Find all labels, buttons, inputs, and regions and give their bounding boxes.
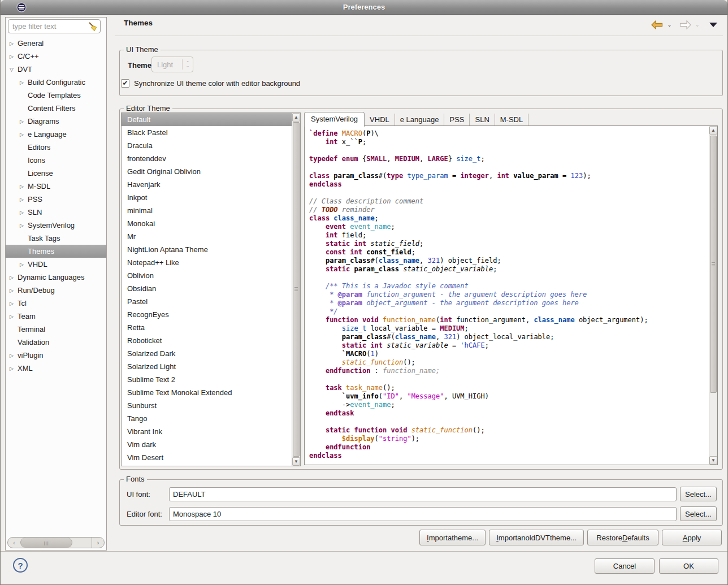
theme-item-vim-dark[interactable]: Vim dark bbox=[122, 438, 300, 451]
theme-item-mr[interactable]: Mr bbox=[122, 230, 300, 243]
theme-item-vim-desert[interactable]: Vim Desert bbox=[122, 451, 300, 464]
clear-filter-broom-icon[interactable] bbox=[88, 21, 98, 32]
tree-item-build-configuratic[interactable]: ▷Build Configuratic bbox=[6, 76, 106, 89]
theme-list-scroll-thumb[interactable] bbox=[293, 122, 300, 457]
tab-e-language[interactable]: e Language bbox=[395, 114, 445, 126]
view-menu-icon[interactable] bbox=[709, 23, 717, 27]
tree-item-systemverilog[interactable]: ▷SystemVerilog bbox=[6, 219, 106, 232]
collapsed-arrow-icon[interactable]: ▷ bbox=[18, 184, 26, 189]
theme-item-obsidian[interactable]: Obsidian bbox=[122, 282, 300, 295]
tree-item-diagrams[interactable]: ▷Diagrams bbox=[6, 115, 106, 128]
tree-item-xml[interactable]: ▷XML bbox=[6, 362, 106, 375]
theme-item-havenjark[interactable]: Havenjark bbox=[122, 178, 300, 191]
tab-m-sdl[interactable]: M-SDL bbox=[495, 114, 528, 126]
back-icon[interactable] bbox=[651, 20, 663, 29]
tab-vhdl[interactable]: VHDL bbox=[365, 114, 395, 126]
tree-item-general[interactable]: ▷General bbox=[6, 37, 106, 50]
apply-button[interactable]: Apply bbox=[662, 530, 722, 545]
collapsed-arrow-icon[interactable]: ▷ bbox=[18, 223, 26, 228]
collapsed-arrow-icon[interactable]: ▷ bbox=[7, 275, 16, 280]
tab-sln[interactable]: SLN bbox=[470, 114, 495, 126]
tree-item-license[interactable]: License bbox=[6, 167, 106, 180]
theme-item-notepad-like[interactable]: Notepad++ Like bbox=[122, 256, 300, 269]
collapsed-arrow-icon[interactable]: ▷ bbox=[18, 262, 26, 267]
scroll-down-icon[interactable]: ▼ bbox=[709, 456, 717, 465]
scroll-up-icon[interactable]: ▲ bbox=[292, 113, 300, 122]
theme-item-dracula[interactable]: Dracula bbox=[122, 139, 300, 152]
collapsed-arrow-icon[interactable]: ▷ bbox=[7, 314, 16, 319]
scroll-right-icon[interactable]: › bbox=[92, 538, 104, 548]
theme-item-pastel[interactable]: Pastel bbox=[122, 295, 300, 308]
theme-item-nightlion-aptana-theme[interactable]: NightLion Aptana Theme bbox=[122, 243, 300, 256]
code-preview-text[interactable]: `define MACRO(P)\ int x_``P; typedef enu… bbox=[305, 126, 709, 465]
back-history-chevron-icon[interactable]: ⌄ bbox=[667, 22, 671, 28]
collapsed-arrow-icon[interactable]: ▷ bbox=[7, 54, 16, 59]
tab-systemverilog[interactable]: SystemVerilog bbox=[304, 112, 365, 127]
tree-item-task-tags[interactable]: Task Tags bbox=[6, 232, 106, 245]
tree-item-run-debug[interactable]: ▷Run/Debug bbox=[6, 284, 106, 297]
forward-icon[interactable] bbox=[679, 20, 691, 29]
theme-item-monokai[interactable]: Monokai bbox=[122, 217, 300, 230]
tab-pss[interactable]: PSS bbox=[444, 114, 470, 126]
theme-item-recogneyes[interactable]: RecognEyes bbox=[122, 308, 300, 321]
collapsed-arrow-icon[interactable]: ▷ bbox=[18, 80, 26, 85]
tree-item-dvt[interactable]: ▽DVT bbox=[6, 63, 106, 76]
expanded-arrow-icon[interactable]: ▽ bbox=[7, 67, 16, 72]
editor-font-select-button[interactable]: Select... bbox=[680, 506, 717, 521]
theme-item-minimal[interactable]: minimal bbox=[122, 204, 300, 217]
tree-item-content-filters[interactable]: Content Filters bbox=[6, 102, 106, 115]
scroll-down-icon[interactable]: ▼ bbox=[292, 457, 300, 466]
collapsed-arrow-icon[interactable]: ▷ bbox=[7, 301, 16, 306]
collapsed-arrow-icon[interactable]: ▷ bbox=[7, 366, 16, 371]
cancel-button[interactable]: Cancel bbox=[595, 558, 655, 574]
forward-history-chevron-icon[interactable]: ⌄ bbox=[695, 22, 700, 28]
tree-item-validation[interactable]: Validation bbox=[6, 336, 106, 349]
collapsed-arrow-icon[interactable]: ▷ bbox=[7, 288, 16, 293]
tree-item-tcl[interactable]: ▷Tcl bbox=[6, 297, 106, 310]
theme-item-sublime-text-2[interactable]: Sublime Text 2 bbox=[122, 373, 300, 386]
sync-checkbox[interactable]: ✔ bbox=[121, 79, 129, 88]
theme-item-oblivion[interactable]: Oblivion bbox=[122, 269, 300, 282]
code-scroll-thumb[interactable] bbox=[710, 136, 717, 393]
ui-theme-combo[interactable]: Light ⌃⌄ bbox=[151, 57, 193, 72]
tree-item-vhdl[interactable]: ▷VHDL bbox=[6, 258, 106, 271]
tree-hscroll-track[interactable] bbox=[72, 538, 92, 548]
scroll-up-icon[interactable]: ▲ bbox=[709, 126, 717, 135]
theme-item-frontenddev[interactable]: frontenddev bbox=[122, 152, 300, 165]
sync-checkbox-row[interactable]: ✔ Synchronize UI theme color with editor… bbox=[121, 79, 300, 88]
filter-input[interactable] bbox=[8, 22, 88, 31]
theme-item-sublime-text-monokai-extended[interactable]: Sublime Text Monokai Extended bbox=[122, 386, 300, 399]
title-bar[interactable]: Preferences bbox=[1, 0, 727, 15]
import-old-dvt-theme-button[interactable]: Import an old DVT theme... bbox=[489, 530, 584, 545]
tree-item-m-sdl[interactable]: ▷M-SDL bbox=[6, 180, 106, 193]
ui-font-input[interactable] bbox=[169, 487, 677, 501]
editor-font-input[interactable] bbox=[169, 507, 677, 521]
tree-horizontal-scrollbar[interactable]: ‹ ||| › bbox=[7, 537, 105, 548]
tree-item-sln[interactable]: ▷SLN bbox=[6, 206, 106, 219]
collapsed-arrow-icon[interactable]: ▷ bbox=[7, 353, 16, 358]
tree-hscroll-thumb[interactable]: ||| bbox=[20, 538, 72, 548]
tree-item-e-language[interactable]: ▷e Language bbox=[6, 128, 106, 141]
tree-item-team[interactable]: ▷Team bbox=[6, 310, 106, 323]
help-button[interactable]: ? bbox=[13, 558, 28, 573]
theme-item-solarized-dark[interactable]: Solarized Dark bbox=[122, 347, 300, 360]
tree-item-pss[interactable]: ▷PSS bbox=[6, 193, 106, 206]
theme-item-solarized-light[interactable]: Solarized Light bbox=[122, 360, 300, 373]
filter-box[interactable] bbox=[8, 19, 101, 33]
theme-item-roboticket[interactable]: Roboticket bbox=[122, 334, 300, 347]
collapsed-arrow-icon[interactable]: ▷ bbox=[18, 197, 26, 202]
tree-item-dynamic-languages[interactable]: ▷Dynamic Languages bbox=[6, 271, 106, 284]
collapsed-arrow-icon[interactable]: ▷ bbox=[18, 119, 26, 124]
theme-item-retta[interactable]: Retta bbox=[122, 321, 300, 334]
eclipse-logo-icon[interactable] bbox=[16, 2, 27, 12]
theme-item-tango[interactable]: Tango bbox=[122, 412, 300, 425]
theme-item-black-pastel[interactable]: Black Pastel bbox=[122, 126, 300, 139]
tree-item-c-c[interactable]: ▷C/C++ bbox=[6, 50, 106, 63]
theme-list-scrollbar[interactable]: ▲ ▼ bbox=[292, 113, 300, 466]
ok-button[interactable]: OK bbox=[659, 558, 718, 574]
theme-item-sunburst[interactable]: Sunburst bbox=[122, 399, 300, 412]
theme-item-vibrant-ink[interactable]: Vibrant Ink bbox=[122, 425, 300, 438]
collapsed-arrow-icon[interactable]: ▷ bbox=[18, 210, 26, 215]
collapsed-arrow-icon[interactable]: ▷ bbox=[7, 41, 16, 46]
collapsed-arrow-icon[interactable]: ▷ bbox=[18, 132, 26, 137]
